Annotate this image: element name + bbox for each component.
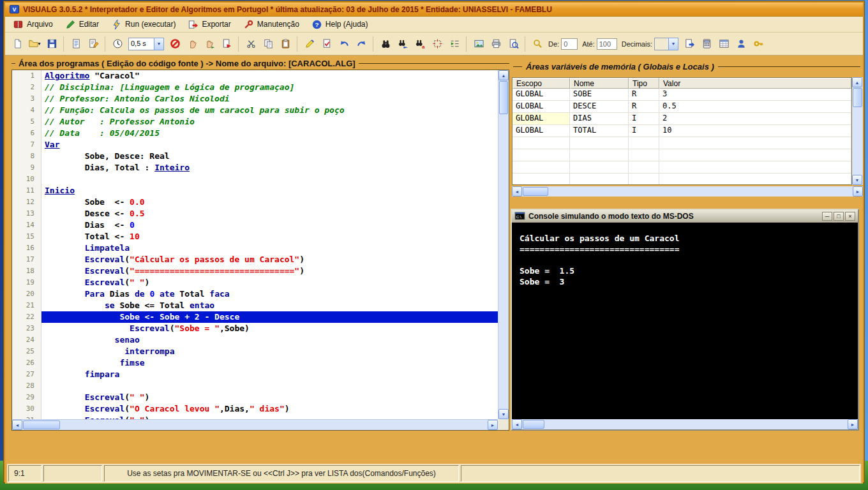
variables-cell[interactable]: GLOBAL	[513, 101, 570, 113]
decimais-select-combobox[interactable]	[654, 38, 678, 50]
code-line[interactable]: 10	[12, 174, 498, 185]
run-to-line-button[interactable]	[218, 36, 235, 52]
dropdown-arrow-icon[interactable]: ▾	[38, 41, 40, 47]
exec-speed-button[interactable]	[109, 36, 126, 52]
scroll-thumb[interactable]	[853, 88, 862, 107]
scroll-up-arrow-icon[interactable]	[498, 70, 509, 80]
code-line[interactable]: 14 Dias <- 0	[12, 219, 498, 231]
de-field-input[interactable]	[561, 38, 578, 50]
variables-cell[interactable]: SOBE	[570, 89, 629, 101]
menu-manutencao[interactable]: Manutenção	[241, 18, 305, 31]
code-line[interactable]: 13 Desce <- 0.5	[12, 208, 498, 219]
variables-cell[interactable]: R	[629, 89, 659, 101]
scroll-right-arrow-icon[interactable]	[488, 420, 498, 430]
code-line[interactable]: 18 Escreval("===========================…	[12, 265, 498, 277]
scroll-right-arrow-icon[interactable]	[848, 419, 858, 429]
variables-cell[interactable]: GLOBAL	[513, 89, 570, 101]
scroll-track[interactable]	[22, 420, 488, 430]
variables-cell[interactable]: I	[629, 125, 659, 137]
variables-table[interactable]: EscopoNomeTipoValorGLOBALSOBER3GLOBALDES…	[512, 77, 852, 185]
code-line[interactable]: 12 Sobe <- 0.0	[12, 197, 498, 208]
scroll-up-arrow-icon[interactable]	[852, 77, 862, 87]
code-line[interactable]: 16 Limpatela	[12, 242, 498, 254]
scroll-thumb[interactable]	[523, 187, 548, 196]
variables-cell[interactable]: 2	[659, 113, 851, 125]
dropdown-arrow-icon[interactable]	[154, 38, 164, 50]
scroll-thumb[interactable]	[523, 420, 544, 429]
code-area[interactable]: 1Algoritmo "Caracol"2// Disciplina: [Lin…	[12, 70, 498, 419]
scroll-left-arrow-icon[interactable]	[12, 420, 22, 430]
code-line[interactable]: 11Inicio	[12, 185, 498, 197]
redo-button[interactable]	[353, 36, 370, 52]
console-hscrollbar[interactable]	[512, 419, 858, 429]
menu-editar[interactable]: Editar	[63, 18, 105, 31]
editor-vscrollbar[interactable]	[498, 70, 509, 419]
scroll-track[interactable]	[852, 87, 863, 175]
print-listing-button[interactable]	[68, 36, 84, 52]
variables-cell[interactable]: 0.5	[659, 101, 851, 113]
code-line[interactable]: 21 se Sobe <= Total entao	[12, 300, 498, 311]
editor-hscrollbar[interactable]	[12, 419, 498, 430]
goto-line-button[interactable]	[429, 36, 445, 52]
print-preview-button[interactable]	[505, 36, 521, 52]
find-next-button[interactable]	[394, 36, 411, 52]
code-line[interactable]: 2// Disciplina: [Linguagem e Lógica de p…	[12, 82, 498, 93]
variables-vscrollbar[interactable]	[852, 77, 863, 185]
variables-cell[interactable]: R	[629, 101, 659, 113]
vars-col-header[interactable]: Escopo	[513, 78, 570, 89]
code-line[interactable]: 1Algoritmo "Caracol"	[12, 70, 498, 82]
code-line[interactable]: 28	[12, 380, 498, 392]
scroll-track[interactable]	[522, 419, 848, 429]
code-line[interactable]: 7Var	[12, 139, 498, 151]
code-line[interactable]: 15 Total <- 10	[12, 231, 498, 242]
code-line[interactable]: 3// Professor: Antonio Carlos Nicolodi	[12, 93, 498, 105]
variables-cell[interactable]: TOTAL	[570, 125, 629, 137]
paste-button[interactable]	[277, 36, 294, 52]
page-setup-button[interactable]	[85, 36, 101, 52]
new-file-button[interactable]	[9, 36, 26, 52]
console-titlebar[interactable]: C:\ Console simulando o modo texto do MS…	[512, 210, 858, 223]
replace-button[interactable]: a	[412, 36, 428, 52]
code-line[interactable]: 25 interrompa	[12, 346, 498, 357]
pause-button[interactable]	[184, 36, 200, 52]
console-minimize-button[interactable]	[822, 212, 832, 221]
print-button[interactable]	[488, 36, 504, 52]
code-line[interactable]: 29 Escreval(" ")	[12, 392, 498, 403]
scroll-down-arrow-icon[interactable]	[852, 175, 862, 185]
scroll-left-arrow-icon[interactable]	[512, 186, 522, 197]
code-line[interactable]: 23 Escreval("Sobe = ",Sobe)	[12, 323, 498, 334]
save-button[interactable]	[43, 36, 60, 52]
variables-cell[interactable]: I	[629, 113, 659, 125]
cut-button[interactable]	[243, 36, 259, 52]
banner-button[interactable]	[470, 36, 487, 52]
menu-exportar[interactable]: Exportar	[185, 18, 236, 31]
scroll-right-arrow-icon[interactable]	[853, 186, 863, 197]
code-line[interactable]: 6// Data : 05/04/2015	[12, 128, 498, 139]
random-config-button[interactable]	[529, 36, 546, 52]
variables-cell[interactable]: 10	[659, 125, 851, 137]
calculator-button[interactable]	[698, 36, 715, 52]
variables-hscrollbar[interactable]	[512, 186, 863, 197]
menu-arquivo[interactable]: Arquivo	[10, 18, 59, 31]
open-file-button[interactable]: ▾	[26, 36, 43, 52]
apply-range-button[interactable]	[681, 36, 698, 52]
delay-select[interactable]: 0,5 s	[128, 38, 164, 50]
variables-cell[interactable]: GLOBAL	[513, 113, 570, 125]
exit-button[interactable]	[750, 36, 767, 52]
variables-cell[interactable]: GLOBAL	[513, 125, 570, 137]
dropdown-arrow-icon[interactable]	[668, 38, 678, 50]
titlebar[interactable]: V VISUALG 3.0.5.2 * Interpretador e Edit…	[5, 3, 863, 17]
code-line[interactable]: 22 Sobe <- Sobe + 2 - Desce	[12, 311, 498, 323]
undo-button[interactable]	[336, 36, 352, 52]
code-line[interactable]: 4// Função: Calcula os passos de um cara…	[12, 105, 498, 116]
code-line[interactable]: 17 Escreval("Cálcular os passos de um Ca…	[12, 254, 498, 265]
code-line[interactable]: 24 senao	[12, 334, 498, 346]
console-close-button[interactable]	[845, 212, 855, 221]
vars-col-header[interactable]: Valor	[659, 78, 851, 89]
scroll-thumb[interactable]	[499, 81, 508, 114]
scroll-track[interactable]	[498, 80, 509, 409]
vars-col-header[interactable]: Nome	[570, 78, 629, 89]
console-maximize-button[interactable]	[834, 212, 844, 221]
variables-cell[interactable]: DESCE	[570, 101, 629, 113]
code-line[interactable]: 20 Para Dias de 0 ate Total faca	[12, 288, 498, 300]
